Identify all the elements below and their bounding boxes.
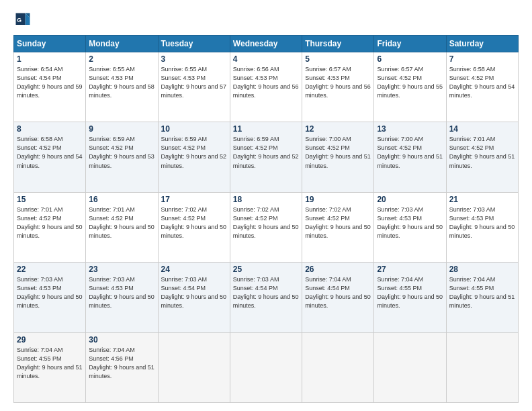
table-row: 30Sunrise: 7:04 AMSunset: 4:56 PMDayligh… xyxy=(86,332,158,402)
day-number: 16 xyxy=(89,195,154,204)
cell-content: Sunrise: 6:58 AMSunset: 4:52 PMDaylight:… xyxy=(17,136,83,169)
cell-content: Sunrise: 7:04 AMSunset: 4:54 PMDaylight:… xyxy=(305,276,371,309)
cell-content: Sunrise: 7:02 AMSunset: 4:52 PMDaylight:… xyxy=(233,206,299,239)
day-number: 7 xyxy=(449,54,515,64)
day-number: 4 xyxy=(233,54,299,64)
cell-content: Sunrise: 6:55 AMSunset: 4:53 PMDaylight:… xyxy=(161,66,227,99)
cell-content: Sunrise: 6:57 AMSunset: 4:53 PMDaylight:… xyxy=(305,66,371,99)
day-number: 11 xyxy=(233,124,299,134)
cell-content: Sunrise: 6:58 AMSunset: 4:52 PMDaylight:… xyxy=(449,66,515,99)
cell-content: Sunrise: 6:59 AMSunset: 4:52 PMDaylight:… xyxy=(233,136,299,169)
cell-content: Sunrise: 7:00 AMSunset: 4:52 PMDaylight:… xyxy=(377,136,443,169)
day-number: 1 xyxy=(17,54,83,64)
table-row: 20Sunrise: 7:03 AMSunset: 4:53 PMDayligh… xyxy=(374,192,446,262)
day-number: 3 xyxy=(161,54,227,64)
table-row: 14Sunrise: 7:01 AMSunset: 4:52 PMDayligh… xyxy=(446,122,518,192)
calendar-table: SundayMondayTuesdayWednesdayThursdayFrid… xyxy=(13,35,519,403)
day-number: 30 xyxy=(89,335,154,345)
cell-content: Sunrise: 6:55 AMSunset: 4:53 PMDaylight:… xyxy=(89,66,154,99)
day-number: 14 xyxy=(449,124,515,134)
day-number: 22 xyxy=(17,265,83,274)
col-header-tuesday: Tuesday xyxy=(158,36,230,52)
table-row: 2Sunrise: 6:55 AMSunset: 4:53 PMDaylight… xyxy=(86,52,158,122)
col-header-saturday: Saturday xyxy=(446,36,518,52)
day-number: 12 xyxy=(305,124,371,134)
day-number: 9 xyxy=(89,124,154,134)
day-number: 17 xyxy=(161,195,227,204)
cell-content: Sunrise: 7:02 AMSunset: 4:52 PMDaylight:… xyxy=(161,206,227,239)
day-number: 27 xyxy=(377,265,443,274)
table-row: 25Sunrise: 7:03 AMSunset: 4:54 PMDayligh… xyxy=(230,263,302,332)
table-row: 13Sunrise: 7:00 AMSunset: 4:52 PMDayligh… xyxy=(374,122,446,192)
table-row: 18Sunrise: 7:02 AMSunset: 4:52 PMDayligh… xyxy=(230,192,302,262)
col-header-sunday: Sunday xyxy=(14,36,86,52)
table-row: 23Sunrise: 7:03 AMSunset: 4:53 PMDayligh… xyxy=(86,263,158,332)
day-number: 2 xyxy=(89,54,154,64)
day-number: 23 xyxy=(89,265,154,274)
day-number: 13 xyxy=(377,124,443,134)
table-row: 16Sunrise: 7:01 AMSunset: 4:52 PMDayligh… xyxy=(86,192,158,262)
logo: G xyxy=(13,11,35,30)
table-row: 26Sunrise: 7:04 AMSunset: 4:54 PMDayligh… xyxy=(302,263,374,332)
cell-content: Sunrise: 7:04 AMSunset: 4:55 PMDaylight:… xyxy=(449,276,515,309)
table-row: 22Sunrise: 7:03 AMSunset: 4:53 PMDayligh… xyxy=(14,263,86,332)
table-row xyxy=(158,332,230,402)
day-number: 8 xyxy=(17,124,83,134)
table-row: 27Sunrise: 7:04 AMSunset: 4:55 PMDayligh… xyxy=(374,263,446,332)
day-number: 5 xyxy=(305,54,371,64)
day-number: 6 xyxy=(377,54,443,64)
day-number: 24 xyxy=(161,265,227,274)
table-row: 4Sunrise: 6:56 AMSunset: 4:53 PMDaylight… xyxy=(230,52,302,122)
logo-icon: G xyxy=(13,11,32,30)
table-row: 17Sunrise: 7:02 AMSunset: 4:52 PMDayligh… xyxy=(158,192,230,262)
svg-text:G: G xyxy=(17,17,21,24)
table-row: 5Sunrise: 6:57 AMSunset: 4:53 PMDaylight… xyxy=(302,52,374,122)
day-number: 15 xyxy=(17,195,83,204)
table-row: 29Sunrise: 7:04 AMSunset: 4:55 PMDayligh… xyxy=(14,332,86,402)
table-row: 8Sunrise: 6:58 AMSunset: 4:52 PMDaylight… xyxy=(14,122,86,192)
cell-content: Sunrise: 7:01 AMSunset: 4:52 PMDaylight:… xyxy=(17,206,83,239)
cell-content: Sunrise: 6:59 AMSunset: 4:52 PMDaylight:… xyxy=(89,136,154,169)
table-row: 9Sunrise: 6:59 AMSunset: 4:52 PMDaylight… xyxy=(86,122,158,192)
table-row: 12Sunrise: 7:00 AMSunset: 4:52 PMDayligh… xyxy=(302,122,374,192)
table-row xyxy=(446,332,518,402)
day-number: 21 xyxy=(449,195,515,204)
table-row: 15Sunrise: 7:01 AMSunset: 4:52 PMDayligh… xyxy=(14,192,86,262)
day-number: 29 xyxy=(17,335,83,345)
cell-content: Sunrise: 7:02 AMSunset: 4:52 PMDaylight:… xyxy=(305,206,371,239)
day-number: 28 xyxy=(449,265,515,274)
day-number: 18 xyxy=(233,195,299,204)
cell-content: Sunrise: 7:03 AMSunset: 4:53 PMDaylight:… xyxy=(89,276,154,309)
table-row: 24Sunrise: 7:03 AMSunset: 4:54 PMDayligh… xyxy=(158,263,230,332)
table-row xyxy=(374,332,446,402)
day-number: 20 xyxy=(377,195,443,204)
cell-content: Sunrise: 6:59 AMSunset: 4:52 PMDaylight:… xyxy=(161,136,227,169)
col-header-thursday: Thursday xyxy=(302,36,374,52)
table-row: 7Sunrise: 6:58 AMSunset: 4:52 PMDaylight… xyxy=(446,52,518,122)
cell-content: Sunrise: 7:01 AMSunset: 4:52 PMDaylight:… xyxy=(449,136,515,169)
cell-content: Sunrise: 7:03 AMSunset: 4:54 PMDaylight:… xyxy=(161,276,227,309)
table-row: 6Sunrise: 6:57 AMSunset: 4:52 PMDaylight… xyxy=(374,52,446,122)
cell-content: Sunrise: 7:04 AMSunset: 4:55 PMDaylight:… xyxy=(17,347,83,379)
table-row: 3Sunrise: 6:55 AMSunset: 4:53 PMDaylight… xyxy=(158,52,230,122)
page: G SundayMondayTuesdayWednesdayThursdayFr… xyxy=(0,0,532,411)
table-row: 28Sunrise: 7:04 AMSunset: 4:55 PMDayligh… xyxy=(446,263,518,332)
header: G xyxy=(13,11,519,30)
day-number: 25 xyxy=(233,265,299,274)
cell-content: Sunrise: 6:57 AMSunset: 4:52 PMDaylight:… xyxy=(377,66,443,99)
cell-content: Sunrise: 7:04 AMSunset: 4:56 PMDaylight:… xyxy=(89,347,154,379)
table-row: 1Sunrise: 6:54 AMSunset: 4:54 PMDaylight… xyxy=(14,52,86,122)
cell-content: Sunrise: 7:04 AMSunset: 4:55 PMDaylight:… xyxy=(377,276,443,309)
day-number: 19 xyxy=(305,195,371,204)
table-row: 11Sunrise: 6:59 AMSunset: 4:52 PMDayligh… xyxy=(230,122,302,192)
day-number: 10 xyxy=(161,124,227,134)
table-row: 21Sunrise: 7:03 AMSunset: 4:53 PMDayligh… xyxy=(446,192,518,262)
cell-content: Sunrise: 7:03 AMSunset: 4:53 PMDaylight:… xyxy=(377,206,443,239)
cell-content: Sunrise: 7:03 AMSunset: 4:54 PMDaylight:… xyxy=(233,276,299,309)
col-header-monday: Monday xyxy=(86,36,158,52)
table-row: 10Sunrise: 6:59 AMSunset: 4:52 PMDayligh… xyxy=(158,122,230,192)
cell-content: Sunrise: 6:54 AMSunset: 4:54 PMDaylight:… xyxy=(17,66,83,99)
table-row xyxy=(230,332,302,402)
col-header-friday: Friday xyxy=(374,36,446,52)
col-header-wednesday: Wednesday xyxy=(230,36,302,52)
